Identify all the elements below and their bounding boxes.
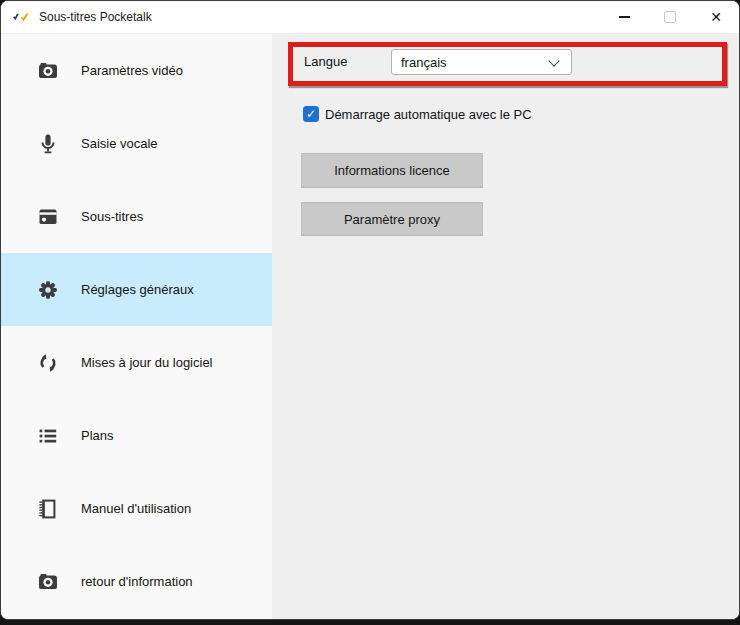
maximize-icon — [664, 11, 676, 23]
sidebar-item-saisie-vocale[interactable]: Saisie vocale — [1, 107, 272, 180]
sidebar: Paramètres vidéo Saisie vocale — [1, 34, 272, 620]
language-label: Langue — [304, 49, 347, 75]
sidebar-item-label: Plans — [81, 428, 114, 443]
sidebar-item-parametres-video[interactable]: Paramètres vidéo — [1, 34, 272, 107]
maximize-button[interactable] — [647, 1, 693, 33]
checkmark-icon: ✓ — [306, 108, 316, 120]
minimize-icon — [619, 16, 630, 17]
sidebar-item-label: Mises à jour du logiciel — [81, 355, 213, 370]
autostart-row[interactable]: ✓ Démarrage automatique avec le PC — [303, 106, 532, 122]
sidebar-item-label: Saisie vocale — [81, 136, 158, 151]
sidebar-item-plans[interactable]: Plans — [1, 399, 272, 472]
software-update-icon — [37, 352, 59, 374]
close-icon: ✕ — [710, 9, 722, 25]
list-icon — [37, 425, 59, 447]
autostart-label: Démarrage automatique avec le PC — [325, 107, 532, 122]
manual-book-icon — [37, 498, 59, 520]
autostart-checkbox[interactable]: ✓ — [303, 106, 319, 122]
sidebar-item-label: retour d'information — [81, 574, 193, 589]
license-info-button[interactable]: Informations licence — [301, 153, 483, 188]
chevron-down-icon — [548, 55, 559, 66]
sidebar-item-label: Paramètres vidéo — [81, 63, 183, 78]
sidebar-item-label: Sous-titres — [81, 209, 143, 224]
app-window: Sous-titres Pocketalk ✕ Paramètres vidéo — [0, 0, 740, 620]
sidebar-item-reglages-generaux[interactable]: Réglages généraux — [1, 253, 272, 326]
proxy-settings-button[interactable]: Paramètre proxy — [301, 202, 483, 236]
sidebar-item-manuel[interactable]: Manuel d'utilisation — [1, 472, 272, 545]
language-select[interactable]: français — [391, 49, 572, 75]
sidebar-item-label: Manuel d'utilisation — [81, 501, 191, 516]
feedback-camera-icon — [37, 571, 59, 593]
window-controls: ✕ — [601, 1, 739, 33]
window-title: Sous-titres Pocketalk — [39, 10, 152, 24]
close-button[interactable]: ✕ — [693, 1, 739, 33]
settings-panel: Langue français ✓ Démarrage automatique … — [272, 34, 739, 620]
pocketalk-logo-icon — [12, 12, 30, 23]
camera-icon — [37, 60, 59, 82]
sidebar-item-sous-titres[interactable]: Sous-titres — [1, 180, 272, 253]
language-select-value: français — [401, 55, 447, 70]
minimize-button[interactable] — [601, 1, 647, 33]
title-bar: Sous-titres Pocketalk ✕ — [1, 1, 739, 34]
sidebar-item-mises-a-jour[interactable]: Mises à jour du logiciel — [1, 326, 272, 399]
sidebar-item-retour-information[interactable]: retour d'information — [1, 545, 272, 618]
subtitles-icon — [37, 206, 59, 228]
sidebar-item-label: Réglages généraux — [81, 282, 194, 297]
microphone-icon — [37, 133, 59, 155]
gear-icon — [37, 279, 59, 301]
